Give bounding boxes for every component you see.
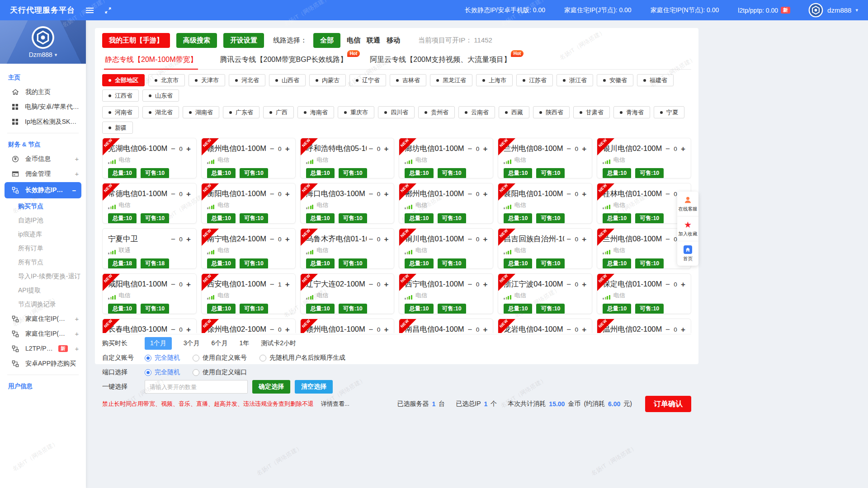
sidebar-item-android-static[interactable]: 安卓APP静态购买 [0, 356, 86, 371]
expand-plus-icon[interactable] [74, 155, 80, 163]
minus-button[interactable] [369, 326, 373, 333]
duration-option[interactable]: 6个月 [212, 339, 228, 347]
account-radio-option[interactable]: 完全随机 [145, 354, 180, 362]
sidebar-sub-buy-node[interactable]: 购买节点 [0, 199, 86, 213]
region-chip[interactable]: 宁夏 [654, 106, 684, 118]
add-favorite-button[interactable]: ★ 加入收藏 [677, 216, 698, 241]
duration-option[interactable]: 测试卡2小时 [261, 339, 296, 347]
region-chip[interactable]: 吉林省 [390, 74, 426, 86]
duration-option[interactable]: 1年 [239, 339, 249, 347]
region-chip[interactable]: 辽宁省 [349, 74, 386, 86]
plus-button[interactable] [483, 281, 487, 288]
line-tab[interactable]: 阿里云专线【200M支持视频、大流量项目】 Hot [369, 52, 512, 69]
minus-button[interactable] [467, 145, 472, 153]
plus-button[interactable] [582, 281, 586, 288]
region-chip[interactable]: 天津市 [189, 74, 225, 86]
port-radio-option[interactable]: 完全随机 [145, 368, 180, 376]
minus-button[interactable] [665, 281, 670, 288]
plus-button[interactable] [384, 145, 389, 153]
region-chip[interactable]: 甘肃省 [573, 106, 610, 118]
sidebar-item-home-ip-j[interactable]: 家庭住宅IP(J节点) [0, 311, 86, 326]
balance-stat[interactable]: 家庭住宅IP(N节点): 0.00 [651, 6, 719, 14]
region-chip[interactable]: 广东省 [223, 106, 259, 118]
expand-plus-icon[interactable] [74, 170, 80, 178]
balance-stat[interactable]: 长效静态IP/安卓手机版: 0.00 [465, 6, 545, 14]
region-chip[interactable]: 北京市 [148, 74, 185, 86]
expand-plus-icon[interactable] [74, 315, 80, 323]
sidebar-item-proxy-tools[interactable]: 电脑/安卓/苹果代理工具 [0, 99, 86, 114]
quantity-input[interactable] [145, 380, 248, 394]
region-chip[interactable]: 全部地区 [102, 74, 145, 86]
region-chip[interactable]: 安徽省 [597, 74, 633, 86]
minus-button[interactable] [369, 235, 373, 243]
port-radio-option[interactable]: 使用自定义端口 [193, 368, 247, 376]
user-menu[interactable]: dzm888 ▾ [808, 3, 858, 18]
plus-button[interactable] [384, 326, 389, 333]
plus-button[interactable] [285, 326, 290, 333]
menu-toggle-icon[interactable] [86, 8, 94, 13]
minus-button[interactable] [665, 145, 670, 153]
minus-button[interactable] [270, 145, 274, 153]
region-chip[interactable]: 黑龙江省 [430, 74, 472, 86]
plus-button[interactable] [582, 145, 586, 153]
confirm-select-button[interactable]: 确定选择 [252, 380, 290, 394]
line-tab[interactable]: 腾讯云专线【200M带宽BGP长效线路】 Hot [219, 52, 348, 69]
open-settings-button[interactable]: 开设设置 [223, 33, 264, 48]
expand-plus-icon[interactable] [74, 345, 80, 352]
minus-button[interactable] [467, 281, 472, 288]
region-chip[interactable]: 陕西省 [533, 106, 570, 118]
sidebar-sub-all-nodes[interactable]: 所有节点 [0, 255, 86, 269]
plus-button[interactable] [582, 235, 586, 243]
sidebar-user-menu[interactable]: Dzm888 ▾ [29, 51, 57, 58]
region-chip[interactable]: 江苏省 [516, 74, 553, 86]
detail-link[interactable]: 详情查看... [321, 400, 349, 408]
expand-plus-icon[interactable] [74, 330, 80, 338]
plus-button[interactable] [186, 281, 191, 288]
region-chip[interactable]: 上海市 [476, 74, 513, 86]
line-telecom-link[interactable]: 电信 [347, 36, 360, 45]
sidebar-item-coin-info[interactable]: 金币信息 [0, 151, 86, 166]
minus-button[interactable] [369, 281, 373, 288]
region-chip[interactable]: 山东省 [142, 89, 179, 102]
minus-button[interactable] [270, 281, 274, 288]
plus-button[interactable] [186, 235, 191, 243]
balance-stat[interactable]: l2tp/pptp: 0.00 新 [738, 7, 790, 14]
plus-button[interactable] [681, 281, 685, 288]
online-service-button[interactable]: 在线客服 [677, 192, 698, 216]
balance-stat[interactable]: 家庭住宅IP(J节点): 0.00 [564, 6, 632, 14]
sidebar-item-home-ip-n[interactable]: 家庭住宅IP(N节点) [0, 326, 86, 341]
minus-button[interactable] [665, 326, 670, 333]
region-chip[interactable]: 江西省 [102, 89, 139, 102]
region-chip[interactable]: 福建省 [637, 74, 674, 86]
plus-button[interactable] [186, 145, 191, 153]
duration-option[interactable]: 3个月 [184, 339, 200, 347]
duration-option[interactable]: 1个月 [145, 337, 172, 350]
sidebar-sub-all-orders[interactable]: 所有订单 [0, 241, 86, 255]
region-chip[interactable]: 广西 [263, 106, 294, 118]
homepage-button[interactable]: 首页 [677, 241, 698, 266]
plus-button[interactable] [186, 326, 191, 333]
plus-button[interactable] [384, 281, 389, 288]
plus-button[interactable] [285, 145, 290, 153]
region-chip[interactable]: 贵州省 [418, 106, 455, 118]
minus-button[interactable] [665, 235, 670, 243]
plus-button[interactable] [483, 190, 487, 198]
sidebar-sub-ip-pool[interactable]: 自选IP池 [0, 213, 86, 227]
minus-button[interactable] [369, 190, 373, 198]
minus-button[interactable] [171, 281, 175, 288]
sidebar-item-l2tp-buy[interactable]: L2TP/PPTP购买 新 [0, 341, 86, 356]
region-chip[interactable]: 内蒙古 [309, 74, 346, 86]
region-chip[interactable]: 湖南省 [183, 106, 219, 118]
minus-button[interactable] [171, 145, 175, 153]
advanced-search-button[interactable]: 高级搜索 [176, 33, 217, 48]
minus-button[interactable] [467, 235, 472, 243]
minus-button[interactable] [171, 326, 175, 333]
region-chip[interactable]: 云南省 [458, 106, 495, 118]
plus-button[interactable] [681, 145, 685, 153]
region-chip[interactable]: 山西省 [269, 74, 306, 86]
sidebar-item-ip-check[interactable]: Ip地区检测及SK5验证 [0, 114, 86, 129]
plus-button[interactable] [384, 190, 389, 198]
sidebar-item-static-ip-buy[interactable]: 长效静态IP购买 [5, 182, 81, 198]
plus-button[interactable] [285, 235, 290, 243]
sidebar-item-my-home[interactable]: 我的主页 [0, 84, 86, 99]
